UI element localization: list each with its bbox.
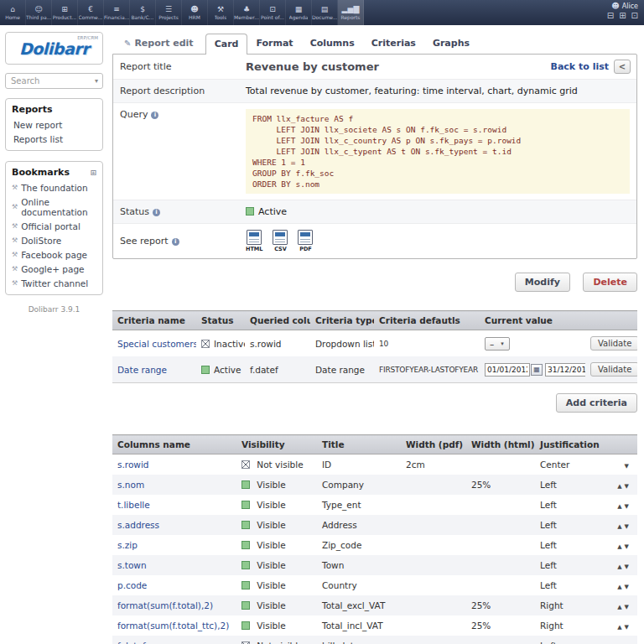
top-menu-item[interactable]: ☰ Projects (156, 0, 182, 25)
column-name-link[interactable]: f.datef (117, 641, 146, 644)
move-down-icon[interactable]: ▼ (625, 523, 629, 530)
move-down-icon[interactable]: ▼ (625, 624, 629, 631)
bookmark-link[interactable]: ⚒ DoliStore (6, 233, 102, 247)
column-name-link[interactable]: s.nom (117, 480, 144, 490)
column-name-link[interactable]: p.code (117, 580, 147, 590)
move-up-icon[interactable]: ▲ (617, 523, 621, 530)
move-up-icon[interactable]: ▲ (617, 543, 621, 550)
delete-button[interactable]: Delete (583, 273, 637, 292)
width-pdf (401, 555, 466, 575)
search-input[interactable] (11, 76, 94, 86)
sidebar-menu-link[interactable]: Reports list (6, 132, 102, 146)
move-down-icon[interactable]: ▼ (625, 463, 629, 470)
bookmark-icon: ⚒ (12, 203, 18, 210)
top-menu-item[interactable]: ☻ HRM (182, 0, 208, 25)
bookmark-label: Online documentation (21, 197, 96, 217)
user-menu[interactable]: ☻ Alice (611, 2, 638, 10)
tab-graphs[interactable]: Graphs (424, 34, 478, 54)
width-pdf (401, 495, 466, 515)
top-menu-item[interactable]: ⚒ Tools (208, 0, 234, 25)
export-format-button[interactable]: PDF (298, 230, 313, 252)
criteria-row: Date range Active f.datef Date range FIR… (112, 356, 637, 383)
select-value: – (490, 339, 494, 349)
move-up-icon[interactable]: ▲ (617, 584, 621, 590)
justification: Left (535, 555, 605, 575)
criteria-value-select[interactable]: – ▾ (485, 337, 510, 351)
column-row: s.address Visible Address Left ▲▼ (112, 515, 637, 535)
top-menu-item[interactable]: ⊡ Point of... (260, 0, 286, 25)
top-menu-item[interactable]: ≡ Financia... (104, 0, 130, 25)
date-to-input[interactable] (545, 363, 585, 377)
previous-button[interactable]: < (614, 60, 631, 74)
chevron-down-icon[interactable]: ▾ (94, 77, 99, 85)
criteria-name-link[interactable]: Special customers list (117, 339, 196, 349)
column-name-link[interactable]: s.rowid (117, 460, 149, 470)
add-criteria-button[interactable]: Add criteria (556, 393, 637, 413)
move-down-icon[interactable]: ▼ (625, 604, 629, 610)
column-title: Town (317, 555, 401, 575)
top-menu-item[interactable]: ⌂ Home (0, 0, 26, 25)
bookmark-link[interactable]: ⚒ Twitter channel (6, 276, 102, 290)
topbar-tools: ⊟ ⊞ ⊡ (607, 11, 638, 20)
bookmarks-list-icon[interactable]: ⊞ (90, 169, 96, 177)
tab-report-edit[interactable]: ✎ Report edit (116, 34, 202, 54)
fullscreen-icon[interactable]: ⊞ (619, 11, 626, 20)
sidebar-menu-link[interactable]: New report (6, 117, 102, 132)
queried-column: s.rowid (245, 330, 310, 357)
column-name-link[interactable]: format(sum(f.total),2) (117, 600, 213, 610)
column-name-link[interactable]: s.town (117, 560, 147, 570)
move-up-icon[interactable]: ▲ (617, 624, 621, 631)
column-name-link[interactable]: s.zip (117, 540, 138, 550)
move-down-icon[interactable]: ▼ (625, 584, 629, 590)
column-name-link[interactable]: format(sum(f.total_ttc),2) (117, 621, 229, 631)
move-down-icon[interactable]: ▼ (625, 483, 629, 490)
top-menu-item[interactable]: ⊞ Product... (52, 0, 78, 25)
column-name-link[interactable]: t.libelle (117, 500, 150, 510)
move-down-icon[interactable]: ▼ (625, 564, 629, 570)
bookmark-link[interactable]: ⚒ The foundation (6, 180, 102, 195)
export-format-button[interactable]: HTML (246, 230, 262, 252)
column-name-link[interactable]: s.address (117, 520, 159, 530)
column-title: Address (317, 515, 401, 535)
tab-criterias[interactable]: Criterias (363, 34, 424, 54)
logout-icon[interactable]: ⊡ (631, 11, 638, 20)
top-menu-item[interactable]: $ Bank/C... (130, 0, 156, 25)
format-label: CSV (274, 246, 287, 252)
top-menu-item[interactable]: ☺ Third pa... (26, 0, 52, 25)
back-to-list-link[interactable]: Back to list (551, 61, 609, 72)
printer-icon[interactable]: ⊟ (607, 11, 614, 20)
bookmark-label: DoliStore (21, 236, 61, 246)
top-menu-item[interactable]: ▤ Docume... (312, 0, 338, 25)
move-down-icon[interactable]: ▼ (625, 503, 629, 510)
bookmark-link[interactable]: ⚒ Google+ page (6, 262, 102, 276)
main-content: ✎ Report edit Card Format Columns Criter… (107, 25, 644, 644)
calendar-icon[interactable]: ▦ (531, 364, 543, 376)
tab-columns[interactable]: Columns (302, 34, 363, 54)
column-row: t.libelle Visible Type_ent Left ▲▼ (112, 495, 637, 515)
modify-button[interactable]: Modify (515, 273, 570, 292)
bookmark-link[interactable]: ⚒ Official portal (6, 219, 102, 233)
move-down-icon[interactable]: ▼ (625, 543, 629, 550)
top-menu-item[interactable]: ♣ Member... (234, 0, 260, 25)
bookmark-link[interactable]: ⚒ Facebook page (6, 247, 102, 262)
width-pdf (401, 515, 466, 535)
validate-button[interactable]: Validate (590, 362, 637, 377)
export-format-button[interactable]: CSV (273, 230, 288, 252)
top-menu-item[interactable]: ▂▅▇ Reports (338, 0, 364, 25)
validate-button[interactable]: Validate (590, 336, 637, 351)
top-menu-item[interactable]: ▦ Agenda (286, 0, 312, 25)
width-pdf (401, 575, 466, 595)
move-up-icon[interactable]: ▲ (617, 564, 621, 570)
dolibarr-logo[interactable]: Dolibarr (9, 39, 99, 58)
move-up-icon[interactable]: ▲ (617, 604, 621, 610)
criteria-name-link[interactable]: Date range (117, 365, 167, 375)
move-up-icon[interactable]: ▲ (617, 503, 621, 510)
date-from-input[interactable] (485, 363, 530, 377)
move-up-icon[interactable]: ▲ (617, 483, 621, 490)
top-menu-item[interactable]: € Comme... (78, 0, 104, 25)
tab-card[interactable]: Card (205, 34, 248, 55)
visible-checkbox-icon (242, 501, 250, 509)
column-row: p.code Visible Country Left ▲▼ (112, 575, 637, 595)
tab-format[interactable]: Format (247, 34, 301, 54)
bookmark-link[interactable]: ⚒ Online documentation (6, 195, 102, 219)
